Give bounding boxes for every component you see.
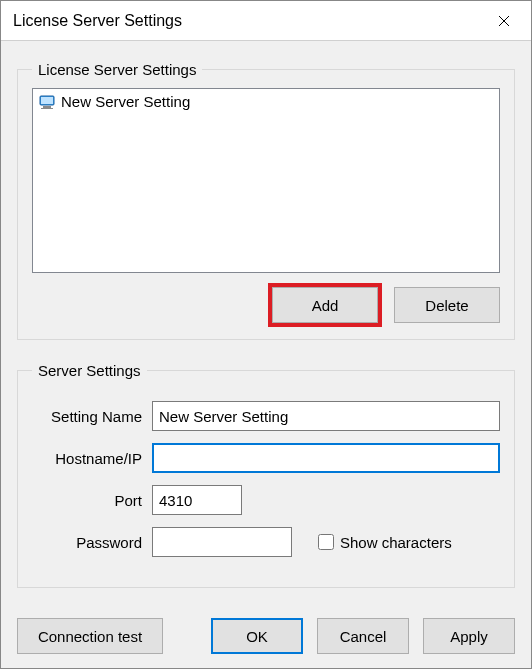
list-item[interactable]: New Server Setting (35, 91, 497, 112)
hostname-label: Hostname/IP (32, 450, 152, 467)
port-row: Port (32, 485, 500, 515)
show-characters-row: Show characters (318, 534, 452, 551)
svg-rect-3 (41, 97, 53, 104)
close-icon (498, 15, 510, 27)
setting-name-row: Setting Name (32, 401, 500, 431)
hostname-row: Hostname/IP (32, 443, 500, 473)
client-area: License Server Settings New Server Setti… (1, 41, 531, 668)
setting-name-input[interactable] (152, 401, 500, 431)
add-button[interactable]: Add (272, 287, 378, 323)
password-label: Password (32, 534, 152, 551)
license-server-group: License Server Settings New Server Setti… (17, 61, 515, 340)
window-title: License Server Settings (13, 12, 182, 30)
port-label: Port (32, 492, 152, 509)
list-item-label: New Server Setting (61, 93, 190, 110)
server-listbox[interactable]: New Server Setting (32, 88, 500, 273)
server-settings-group: Server Settings Setting Name Hostname/IP… (17, 362, 515, 588)
password-row: Password Show characters (32, 527, 500, 557)
close-button[interactable] (481, 5, 527, 37)
apply-button[interactable]: Apply (423, 618, 515, 654)
titlebar: License Server Settings (1, 1, 531, 41)
show-characters-checkbox[interactable] (318, 534, 334, 550)
dialog-window: License Server Settings License Server S… (0, 0, 532, 669)
delete-button[interactable]: Delete (394, 287, 500, 323)
svg-rect-5 (41, 108, 53, 109)
hostname-input[interactable] (152, 443, 500, 473)
setting-name-label: Setting Name (32, 408, 152, 425)
port-input[interactable] (152, 485, 242, 515)
show-characters-label[interactable]: Show characters (340, 534, 452, 551)
server-icon (39, 94, 55, 110)
bottom-button-bar: Connection test OK Cancel Apply (17, 614, 515, 654)
server-settings-legend: Server Settings (32, 362, 147, 379)
password-input[interactable] (152, 527, 292, 557)
server-buttons-row: Add Delete (32, 287, 500, 323)
ok-button[interactable]: OK (211, 618, 303, 654)
svg-rect-4 (43, 106, 51, 108)
connection-test-button[interactable]: Connection test (17, 618, 163, 654)
license-server-legend: License Server Settings (32, 61, 202, 78)
cancel-button[interactable]: Cancel (317, 618, 409, 654)
